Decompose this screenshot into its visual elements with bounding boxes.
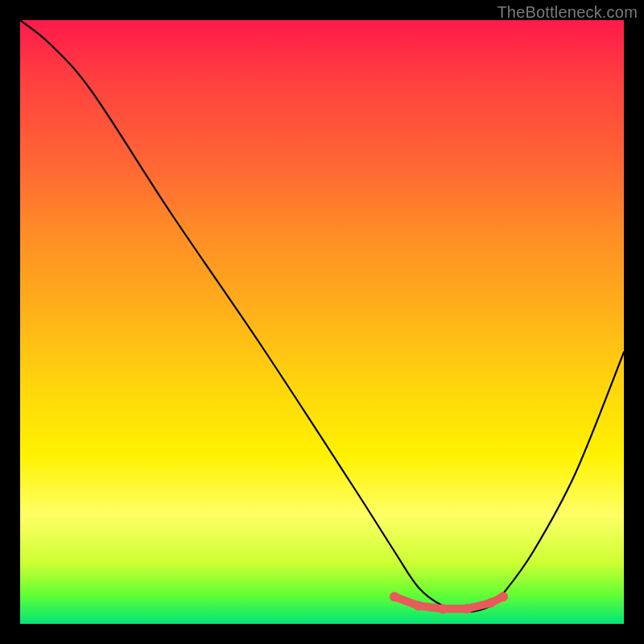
optimal-dot — [462, 604, 472, 613]
optimal-dot — [498, 592, 508, 601]
optimal-dot — [414, 601, 423, 611]
plot-area — [20, 20, 624, 624]
bottleneck-curve — [20, 20, 624, 612]
chart-container: TheBottleneck.com — [0, 0, 644, 644]
watermark-text: TheBottleneck.com — [497, 3, 638, 22]
optimal-dot — [486, 598, 496, 608]
optimal-dot — [438, 604, 448, 613]
curve-svg — [20, 20, 624, 624]
optimal-dot — [390, 592, 399, 601]
